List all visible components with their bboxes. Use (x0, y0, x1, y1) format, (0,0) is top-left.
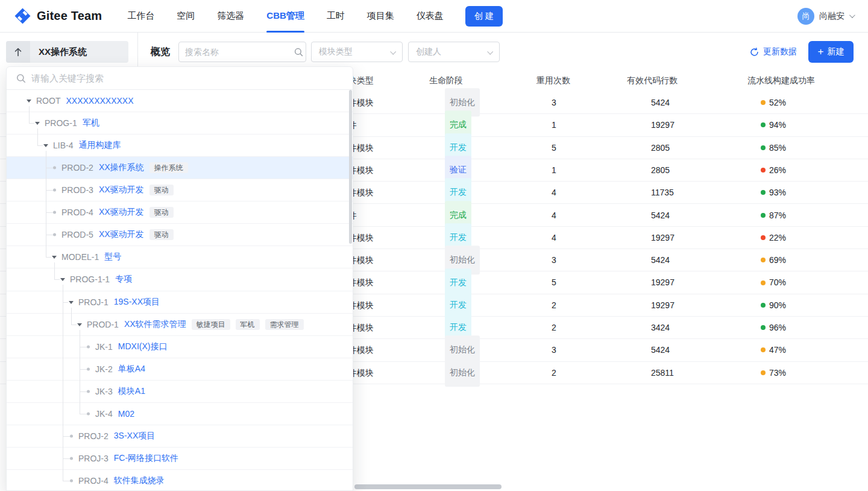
node-tag: 驱动 (149, 229, 174, 240)
node-name[interactable]: 模块A1 (118, 386, 145, 397)
caret-down-icon[interactable] (27, 100, 31, 103)
node-tag: 操作系统 (149, 162, 188, 173)
caret-down-icon[interactable] (77, 323, 82, 326)
leaf-dot-icon (70, 457, 73, 460)
cell-code-lines: 5424 (651, 204, 670, 227)
scope-selector-button[interactable]: XX操作系统 (6, 41, 128, 63)
nav-tab-6[interactable]: 仪表盘 (417, 0, 444, 33)
tree-node-proj-2[interactable]: PROJ-23S-XX项目 (7, 425, 353, 448)
nav-tabs: 工作台空间筛选器CBB管理工时项目集仪表盘 (127, 0, 444, 33)
rate-dot (761, 190, 766, 195)
node-name[interactable]: 军机 (83, 118, 99, 128)
node-name[interactable]: XX软件需求管理 (124, 319, 186, 330)
node-name[interactable]: XXXXXXXXXXXX (66, 96, 133, 106)
user-menu[interactable]: 尚 尚融安 (797, 8, 854, 25)
node-prefix: PROD-4 (61, 207, 93, 217)
tree-node-prod-5[interactable]: PROD-5XX驱动开发驱动 (7, 224, 353, 246)
nav-tab-5[interactable]: 项目集 (367, 0, 394, 33)
leaf-dot-icon (53, 211, 56, 214)
node-name[interactable]: 软件集成烧录 (114, 475, 165, 486)
tree-node-model-1[interactable]: MODEL-1型号 (7, 246, 353, 268)
caret-down-icon[interactable] (69, 300, 74, 303)
cell-code-lines: 19297 (651, 271, 675, 294)
tree-node-root[interactable]: ROOTXXXXXXXXXXXX (7, 90, 353, 112)
cell-success-rate: 52% (769, 92, 786, 114)
node-name[interactable]: FC-网络接口软件 (114, 453, 178, 464)
cell-code-lines: 5424 (651, 92, 670, 114)
node-prefix: LIB-4 (53, 141, 73, 150)
node-name[interactable]: 3S-XX项目 (114, 431, 155, 442)
tree-node-jk-4[interactable]: JK-4M02 (7, 403, 353, 425)
leaf-dot-icon (87, 412, 90, 415)
node-name[interactable]: M02 (118, 409, 134, 419)
tree-node-prog-1-1[interactable]: PROG-1-1专项 (7, 268, 353, 291)
tree-node-proj-3[interactable]: PROJ-3FC-网络接口软件 (7, 448, 353, 470)
caret-down-icon[interactable] (35, 122, 40, 125)
tab-overview[interactable]: 概览 (151, 41, 170, 63)
tree-node-jk-2[interactable]: JK-2单板A4 (7, 358, 353, 381)
tree-search-field[interactable] (31, 73, 343, 83)
create-button[interactable]: 创 建 (465, 6, 503, 27)
node-name[interactable]: XX驱动开发 (99, 185, 144, 195)
node-name[interactable]: 通用构建库 (78, 140, 121, 151)
caret-down-icon[interactable] (43, 144, 48, 147)
node-name[interactable]: 19S-XX项目 (114, 297, 160, 308)
search-field[interactable] (185, 47, 294, 57)
tree-node-prod-2[interactable]: PROD-2XX操作系统操作系统 (7, 157, 353, 179)
nav-tab-3[interactable]: CBB管理 (266, 0, 304, 33)
search-icon (294, 48, 303, 57)
leaf-dot-icon (70, 480, 73, 483)
new-button[interactable]: + 新建 (808, 41, 854, 63)
node-name[interactable]: 单板A4 (118, 364, 145, 375)
cell-code-lines: 3424 (651, 317, 670, 339)
cell-code-lines: 19297 (651, 227, 675, 249)
tree-connector (80, 369, 87, 370)
column-header-2: 重用次数 (536, 69, 570, 92)
caret-down-icon[interactable] (60, 278, 65, 281)
tree-connector (63, 302, 68, 303)
nav-tab-0[interactable]: 工作台 (127, 0, 154, 33)
filter-select-1[interactable]: 创建人 (408, 42, 500, 62)
node-name[interactable]: XX操作系统 (99, 162, 144, 173)
nav-tab-2[interactable]: 筛选器 (217, 0, 244, 33)
tree-connector (63, 458, 70, 459)
tree-node-proj-4[interactable]: PROJ-4软件集成烧录 (7, 470, 353, 490)
rate-dot (761, 303, 766, 308)
cell-success-rate: 70% (769, 271, 786, 294)
node-prefix: PROD-5 (61, 230, 93, 239)
nav-tab-4[interactable]: 工时 (327, 0, 345, 33)
node-name[interactable]: XX驱动开发 (99, 207, 144, 218)
node-name[interactable]: 型号 (104, 252, 121, 262)
app-logo[interactable]: Gitee Team (14, 8, 102, 24)
tree-node-jk-1[interactable]: JK-1MDXI(X)接口 (7, 336, 353, 358)
filter-select-0[interactable]: 模块类型 (311, 42, 403, 62)
caret-down-icon[interactable] (52, 256, 57, 259)
node-name[interactable]: 专项 (115, 274, 132, 285)
chevron-down-icon (487, 48, 493, 54)
tree-node-prog-1[interactable]: PROG-1军机 (7, 112, 353, 135)
tree-guide-line (80, 330, 80, 414)
node-tag: 驱动 (149, 185, 174, 195)
tree-node-proj-1[interactable]: PROJ-119S-XX项目 (7, 291, 353, 314)
logo-text: Gitee Team (37, 9, 102, 23)
column-header-4: 流水线构建成功率 (747, 69, 815, 92)
node-name[interactable]: XX驱动开发 (99, 229, 144, 240)
nav-tab-1[interactable]: 空间 (177, 0, 195, 33)
tree-node-prod-3[interactable]: PROD-3XX驱动开发驱动 (7, 179, 353, 201)
horizontal-scrollbar[interactable] (354, 484, 502, 489)
leaf-dot-icon (87, 390, 90, 393)
tree-node-prod-1[interactable]: PROD-1XX软件需求管理敏捷项目军机需求管理 (7, 314, 353, 336)
tree-node-prod-4[interactable]: PROD-4XX驱动开发驱动 (7, 201, 353, 224)
refresh-label: 更新数据 (763, 46, 797, 57)
tree-search[interactable] (7, 67, 353, 90)
cell-success-rate: 69% (769, 249, 786, 271)
tree-node-jk-3[interactable]: JK-3模块A1 (7, 381, 353, 403)
cell-reuse-count: 3 (552, 249, 556, 271)
rate-dot (761, 168, 766, 173)
search-input[interactable] (178, 42, 306, 62)
refresh-button[interactable]: 更新数据 (750, 41, 797, 63)
panel-scrollbar[interactable] (349, 90, 352, 244)
tree-node-lib-4[interactable]: LIB-4通用构建库 (7, 135, 353, 157)
node-name[interactable]: MDXI(X)接口 (118, 341, 168, 352)
cell-code-lines: 2805 (651, 159, 670, 182)
